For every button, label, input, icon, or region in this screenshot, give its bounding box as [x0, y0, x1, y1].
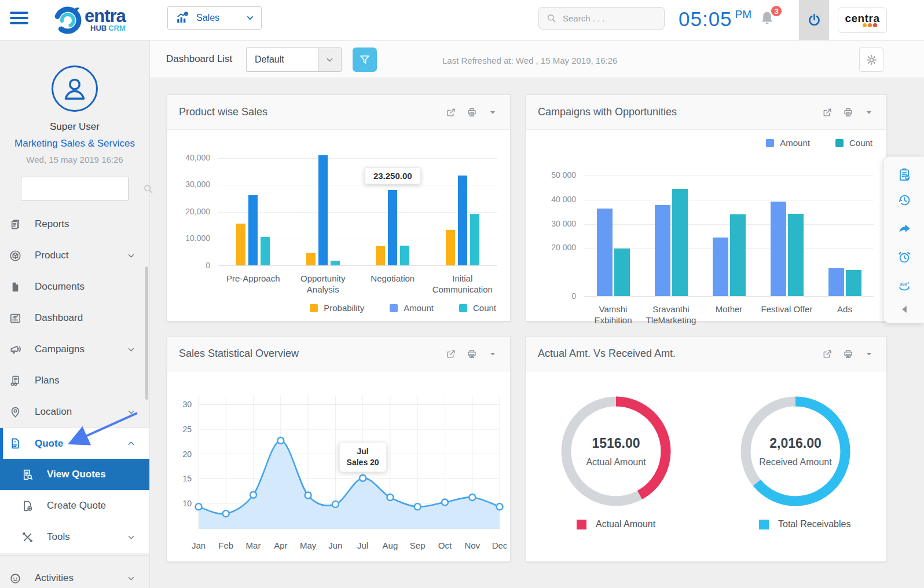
dashboard-view-select[interactable]: Default	[246, 48, 342, 72]
bar-amount[interactable]	[458, 176, 467, 265]
sidebar-item-campaigns[interactable]: Campaigns	[0, 334, 149, 365]
y-axis-label: 30 000	[526, 219, 576, 228]
bar-probability[interactable]	[306, 253, 316, 265]
svg-text:15: 15	[182, 474, 192, 483]
filter-button[interactable]	[353, 48, 377, 72]
history-icon	[897, 192, 912, 207]
bar-count[interactable]	[614, 249, 630, 296]
print-button[interactable]	[466, 348, 478, 360]
bar-count[interactable]	[846, 270, 861, 296]
caret-down-icon	[863, 107, 875, 118]
sidebar-search-input[interactable]	[27, 184, 142, 194]
svg-text:Aug: Aug	[383, 540, 398, 550]
bar-amount[interactable]	[318, 155, 328, 265]
print-button[interactable]	[842, 107, 854, 118]
legend-label: Count	[473, 303, 496, 313]
caret-down-button[interactable]	[487, 107, 498, 118]
bar-count[interactable]	[331, 261, 340, 265]
bar-probability[interactable]	[236, 224, 245, 265]
print-button[interactable]	[466, 107, 478, 118]
sidebar-item-create-quote[interactable]: Create Quote	[0, 490, 149, 521]
history-button[interactable]	[896, 191, 913, 209]
alarm-clock-button[interactable]	[896, 249, 913, 266]
legend-item: Amount	[766, 138, 810, 148]
logout-button[interactable]	[799, 0, 829, 40]
sidebar-item-label: Quote	[35, 438, 127, 450]
app-logo[interactable]: entra HUBCRM	[52, 4, 126, 35]
export-button[interactable]	[822, 107, 833, 118]
bar-count[interactable]	[730, 214, 746, 296]
chart-tooltip: JulSales 20	[339, 442, 387, 472]
bar-amount[interactable]	[828, 268, 844, 296]
notifications-button[interactable]: 3	[758, 10, 782, 33]
dashboard-settings-button[interactable]	[859, 48, 883, 72]
legend-item: Count	[459, 303, 496, 313]
power-icon	[806, 12, 822, 28]
gear-icon	[865, 53, 878, 67]
bar-count[interactable]	[788, 214, 804, 296]
bar-probability[interactable]	[446, 230, 455, 265]
data-point-Oct	[442, 499, 448, 506]
brand-badge-button[interactable]: centra	[838, 8, 887, 33]
x-axis-label: Festival Offer	[758, 304, 816, 326]
360-view-button[interactable]: 360°	[896, 277, 913, 295]
sidebar-item-reports[interactable]: Reports	[0, 209, 149, 240]
donut-actual[interactable]: 1516.00 Actual Amount	[561, 396, 671, 506]
bar-amount[interactable]	[713, 238, 728, 296]
y-axis-label: 0	[526, 291, 576, 301]
svg-text:Sep: Sep	[410, 540, 426, 550]
sidebar-item-documents[interactable]: Documents	[0, 271, 149, 302]
sidebar-item-plans[interactable]: Plans	[0, 365, 149, 396]
global-search-input[interactable]	[563, 13, 650, 23]
legend-label: Probability	[324, 303, 364, 313]
sidebar-item-location[interactable]: Location	[0, 396, 149, 428]
sidebar-item-tools[interactable]: Tools	[0, 521, 149, 553]
sidebar-item-dashboard[interactable]: Dashboard	[0, 302, 149, 334]
bar-count[interactable]	[470, 214, 479, 265]
sidebar-search	[21, 177, 129, 201]
location-icon	[9, 406, 22, 419]
collapse-toolbar-button[interactable]	[896, 301, 913, 318]
sidebar-item-activities[interactable]: Activities	[0, 563, 149, 588]
bar-group	[713, 214, 746, 296]
hamburger-menu-icon[interactable]	[10, 12, 28, 28]
logo-wordmark: entra	[85, 8, 126, 25]
print-button[interactable]	[842, 348, 854, 360]
data-point-Jan	[196, 503, 202, 510]
module-selector[interactable]: Sales	[167, 6, 262, 30]
bar-amount[interactable]	[597, 209, 613, 296]
clipboard-check-button[interactable]	[896, 166, 913, 183]
filter-funnel-icon	[358, 53, 371, 66]
bar-amount[interactable]	[771, 202, 786, 296]
bar-count[interactable]	[672, 189, 688, 296]
sidebar-item-quote[interactable]: ?Quote	[0, 428, 149, 459]
x-axis-label: Negotiation	[358, 273, 428, 295]
bar-count[interactable]	[261, 237, 270, 265]
bar-count[interactable]	[400, 246, 409, 265]
legend-swatch	[459, 304, 467, 312]
clipboard-check-icon	[897, 167, 912, 182]
bar-amount[interactable]	[655, 205, 670, 296]
sidebar-scrollbar[interactable]	[145, 266, 148, 400]
x-axis-label: Opportunity Analysis	[288, 273, 358, 295]
legend-label: Amount	[780, 138, 810, 148]
bar-group	[306, 155, 340, 265]
caret-down-button[interactable]	[863, 348, 875, 360]
main-content: Dashboard List Default Last Refreshed at…	[150, 41, 924, 588]
export-button[interactable]	[445, 348, 457, 360]
bar-probability[interactable]	[376, 246, 385, 265]
chart-tooltip: 23.250.00	[365, 167, 421, 184]
donut-value: 2,016.00	[769, 436, 822, 451]
caret-down-button[interactable]	[487, 348, 498, 360]
caret-down-button[interactable]	[863, 107, 875, 118]
sidebar-item-product[interactable]: Product	[0, 240, 149, 271]
topbar: entra HUBCRM Sales 05:05PM 3 centra	[0, 0, 924, 41]
sidebar-divider	[0, 555, 149, 556]
donut-received[interactable]: 2,016.00 Received Amount	[740, 396, 850, 506]
sidebar-item-view-quotes[interactable]: View Quotes	[0, 459, 149, 490]
share-button[interactable]	[896, 220, 913, 238]
bar-amount[interactable]	[388, 190, 397, 265]
export-button[interactable]	[445, 107, 457, 118]
bar-amount[interactable]	[248, 195, 258, 265]
export-button[interactable]	[822, 348, 833, 360]
